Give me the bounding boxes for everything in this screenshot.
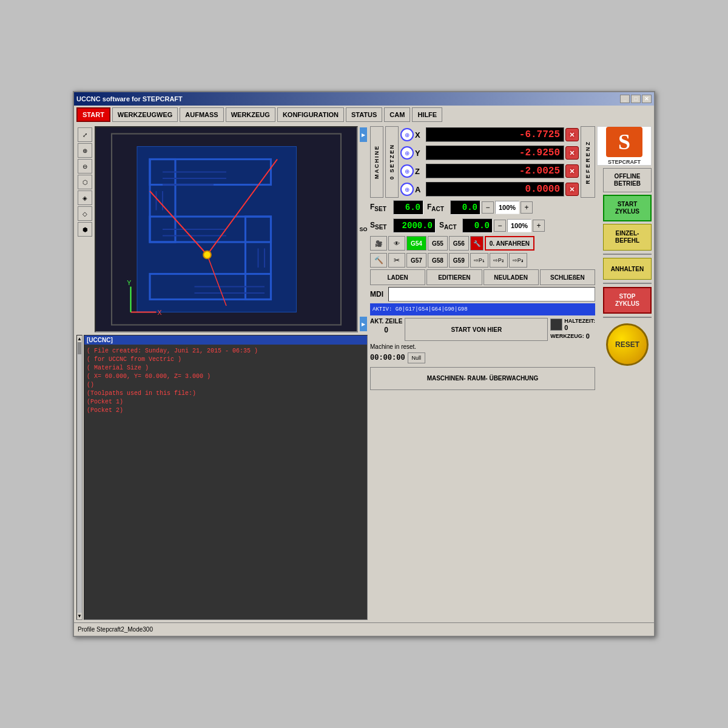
menu-werkzeugweg-button[interactable]: WERKZEUGWEG: [112, 107, 178, 122]
menu-hilfe-button[interactable]: HILFE: [412, 107, 442, 122]
log-line-5: (): [87, 381, 365, 389]
cube4-icon[interactable]: ⬢: [78, 222, 92, 237]
fullscreen-icon[interactable]: ⤢: [78, 127, 92, 142]
fset-minus-button[interactable]: −: [482, 201, 494, 214]
log-line-3: ( Material Size ): [87, 364, 365, 372]
fset-label: FSET: [370, 203, 392, 212]
sset-plus-button[interactable]: +: [533, 220, 545, 232]
cube3-icon[interactable]: ◇: [78, 206, 92, 221]
stop-zyklus-button[interactable]: STOPZYKLUS: [603, 287, 652, 314]
x-label: X: [415, 130, 425, 140]
menu-werkzeug-button[interactable]: WERKZEUG: [226, 107, 275, 122]
start-zyklus-button[interactable]: STARTZYKLUS: [603, 195, 652, 221]
cube2-icon[interactable]: ◈: [78, 190, 92, 205]
editieren-button[interactable]: EDITIEREN: [426, 269, 482, 285]
zoom-in-icon[interactable]: ⊕: [78, 143, 92, 158]
g57-button[interactable]: G57: [406, 253, 426, 268]
tool-icon[interactable]: 🔧: [470, 236, 484, 251]
svg-text:Y: Y: [127, 279, 131, 286]
null-button[interactable]: Null: [408, 352, 426, 363]
separator1: [603, 254, 652, 255]
stepcraft-logo: S STEPCRAFT: [597, 126, 652, 166]
separator3: [603, 317, 652, 318]
anfahren-button[interactable]: 0. ANFAHREN: [485, 236, 534, 251]
werkzeug-box: WERKZEUG: 0: [550, 332, 595, 340]
tool-icon2[interactable]: 🔨: [370, 253, 387, 268]
g56-button[interactable]: G56: [449, 236, 469, 251]
z-reset-button[interactable]: [565, 164, 579, 178]
scroll-down-arrow[interactable]: ▼: [77, 613, 82, 619]
reset-button[interactable]: RESET: [606, 323, 649, 366]
scroll-grip[interactable]: [78, 342, 81, 354]
x-reset-button[interactable]: [565, 128, 579, 141]
right-panel: MACHINE 0 SETZEN ⊕ X -6.7725: [370, 126, 652, 620]
maschinen-button[interactable]: MASCHINEN- RAUM- ÜBERWACHUNG: [370, 367, 595, 390]
menu-cam-button[interactable]: CAM: [384, 107, 410, 122]
x-coord-icon[interactable]: ⊕: [400, 128, 414, 141]
werkzeug-value: 0: [586, 332, 590, 340]
sact-value: 0.0: [462, 218, 493, 233]
scroll-up-arrow[interactable]: ▲: [77, 335, 82, 342]
file-buttons: LADEN EDITIEREN NEULADEN SCHLIEßEN: [370, 269, 595, 285]
log-line-7: (Pocket 1): [87, 398, 365, 406]
tool-icon3[interactable]: ✂: [388, 253, 405, 268]
logo-text: STEPCRAFT: [608, 159, 641, 165]
g54-button[interactable]: G54: [406, 236, 426, 251]
fset-plus-button[interactable]: +: [521, 201, 533, 214]
x-value: -6.7725: [426, 127, 564, 142]
right-buttons: OFFLINEBETRIEB STARTZYKLUS EINZEL-BEFEHL…: [603, 168, 652, 366]
close-button[interactable]: ✕: [642, 95, 652, 103]
cube-icon[interactable]: ⬡: [78, 175, 92, 189]
log-scrollbar[interactable]: ▲ ▼: [76, 335, 83, 620]
g58-button[interactable]: G58: [428, 253, 448, 268]
g55-button[interactable]: G55: [428, 236, 448, 251]
einzel-button[interactable]: EINZEL-BEFEHL: [603, 224, 652, 251]
start-von-hier-button[interactable]: START VON HIER: [405, 318, 548, 341]
p3-button[interactable]: ⇨P₃: [509, 253, 527, 268]
log-text: ( File created: Sunday, Juni 21, 2015 - …: [84, 345, 367, 417]
menu-status-button[interactable]: STATUS: [346, 107, 382, 122]
logo-and-buttons: S STEPCRAFT OFFLINEBETRIEB STARTZYKLUS E…: [597, 126, 652, 390]
maximize-button[interactable]: □: [631, 95, 641, 103]
nav-down-button[interactable]: ▶: [360, 317, 367, 331]
mdi-row: MDI: [370, 286, 595, 302]
menu-aufmas-button[interactable]: AUFMASS: [180, 107, 223, 122]
viewport-right-toolbar: ▶ SO ▶: [359, 126, 368, 332]
y-value: -2.9250: [426, 146, 564, 160]
zeile-area: AKT. ZEILE 0: [370, 318, 402, 341]
menu-start-button[interactable]: START: [76, 107, 110, 122]
neuladen-button[interactable]: NEULADEN: [484, 269, 539, 285]
cam-icon1[interactable]: 🎥: [370, 236, 387, 251]
set-label-text: 0 SETZEN: [389, 144, 395, 180]
zoom-out-icon[interactable]: ⊖: [78, 159, 92, 174]
haltezeit-indicator: [550, 318, 562, 331]
y-coord-icon[interactable]: ⊕: [400, 146, 414, 160]
nav-up-button[interactable]: ▶: [360, 127, 367, 142]
cam-icon2[interactable]: 👁: [388, 236, 405, 251]
status-text: Profile Stepcraft2_Mode300: [78, 626, 153, 633]
y-reset-button[interactable]: [565, 146, 579, 160]
menu-konfiguration-button[interactable]: KONFIGURATION: [277, 107, 344, 122]
mdi-input[interactable]: [388, 287, 595, 302]
anhalten-button[interactable]: ANHALTEN: [603, 258, 652, 280]
svg-point-22: [203, 251, 211, 259]
log-line-8: (Pocket 2): [87, 406, 365, 415]
main-content: ⤢ ⊕ ⊖ ⬡ ◈ ◇ ⬢: [74, 124, 654, 622]
p1-button[interactable]: ⇨P₁: [470, 253, 488, 268]
minimize-button[interactable]: _: [620, 95, 630, 103]
laden-button[interactable]: LADEN: [370, 269, 425, 285]
fset-row: FSET 6.0 FACT 0.0 − 100% +: [370, 199, 595, 216]
main-window: UCCNC software for STEPCRAFT _ □ ✕ START…: [73, 91, 655, 637]
z-coord-icon[interactable]: ⊕: [400, 164, 414, 178]
coords-grid: ⊕ X -6.7725 ⊕ Y -2.925: [400, 126, 579, 198]
gcode-row1: 🎥 👁 G54 G55 G56 🔧 0. ANFAHREN: [370, 235, 595, 251]
p2-button[interactable]: ⇨P₂: [490, 253, 508, 268]
a-coord-icon[interactable]: ⊕: [400, 183, 414, 196]
haltezeit-value: 0: [564, 324, 595, 331]
a-reset-button[interactable]: [565, 183, 579, 196]
g59-button[interactable]: G59: [449, 253, 469, 268]
schliessen-button[interactable]: SCHLIEßEN: [540, 269, 595, 285]
offline-button[interactable]: OFFLINEBETRIEB: [603, 168, 652, 192]
set-label: 0 SETZEN: [385, 126, 399, 198]
sset-minus-button[interactable]: −: [494, 220, 506, 232]
